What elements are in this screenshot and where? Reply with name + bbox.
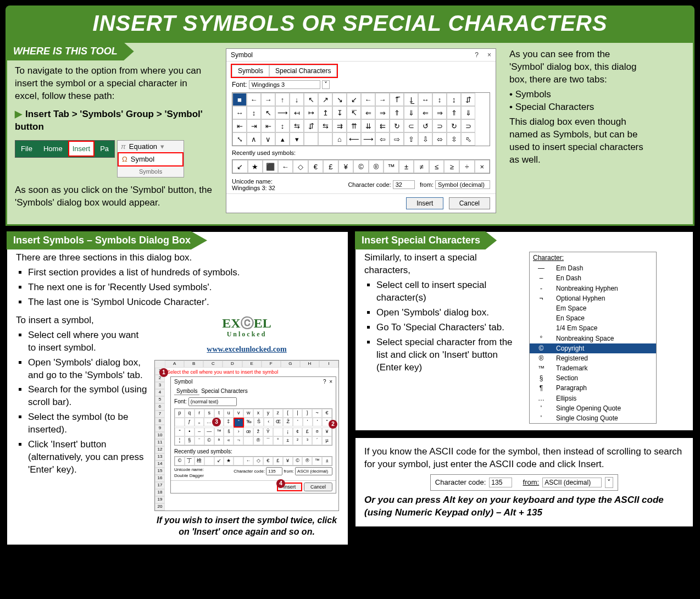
symbol-button[interactable]: ΩSymbol [118, 152, 184, 167]
symbol-cell[interactable]: ↕ [247, 106, 261, 119]
symbol-cell[interactable]: ⇆ [290, 119, 304, 132]
symbol-cell[interactable]: ← [247, 93, 261, 106]
symbol-cell[interactable]: ⇤ [261, 119, 275, 132]
ascii-char-code-input[interactable] [489, 478, 512, 487]
symbol-cell[interactable]: ■ [232, 93, 247, 106]
tab-symbols[interactable]: Symbols [232, 65, 269, 77]
recent-symbol-cell[interactable]: ± [399, 160, 414, 173]
help-icon[interactable]: ? [323, 379, 326, 385]
symbol-cell[interactable]: ↔ [418, 93, 432, 106]
char-list-row[interactable]: °Nonbreaking Space [530, 334, 656, 343]
close-icon[interactable]: × [487, 51, 491, 59]
symbol-cell[interactable]: ⇐ [418, 106, 432, 119]
special-char-list[interactable]: Character: —Em Dash–En Dash-Nonbreaking … [529, 252, 657, 424]
char-list-row[interactable]: 'Single Opening Quote [530, 403, 656, 413]
symbol-cell[interactable]: ↦ [304, 106, 318, 119]
insert-button[interactable]: Insert [406, 197, 443, 209]
symbol-cell[interactable]: ⇑ [390, 106, 404, 119]
mini-tab-special[interactable]: Special Characters [201, 388, 247, 394]
symbol-cell[interactable]: ⇑ [447, 106, 461, 119]
recent-symbol-cell[interactable]: ¥ [338, 160, 354, 173]
symbol-cell[interactable]: ↤ [290, 106, 304, 119]
symbol-cell[interactable]: ⤡ [232, 132, 247, 146]
mini-font-select[interactable] [188, 397, 237, 406]
recent-symbols-grid[interactable]: ↙★⬛←◇€£¥©®™±≠≤≥÷× [232, 159, 490, 174]
char-list-row[interactable]: -Nonbreaking Hyphen [530, 284, 656, 293]
symbol-cell[interactable]: ⇧ [404, 132, 418, 146]
recent-symbol-cell[interactable]: ◇ [293, 160, 308, 173]
symbol-cell[interactable]: ↖ [261, 106, 275, 119]
symbol-cell[interactable]: ↥ [318, 106, 332, 119]
symbol-cell[interactable]: ↧ [332, 106, 347, 119]
symbol-cell[interactable]: ⇒ [375, 106, 390, 119]
recent-symbol-cell[interactable]: £ [323, 160, 338, 173]
symbol-cell[interactable]: ↙ [347, 93, 361, 106]
symbol-cell[interactable]: ↓̲ [404, 93, 418, 106]
font-select[interactable] [249, 80, 320, 89]
symbol-cell[interactable]: ⇊ [361, 119, 375, 132]
symbol-cell[interactable]: ⇇ [375, 119, 390, 132]
symbol-cell[interactable]: ↕ [275, 119, 290, 132]
symbol-cell[interactable]: ⊂ [404, 119, 418, 132]
recent-symbol-cell[interactable]: ÷ [459, 160, 475, 173]
char-list-row[interactable]: §Section [530, 373, 656, 383]
recent-symbol-cell[interactable]: ≠ [414, 160, 429, 173]
symbol-cell[interactable]: ▴ [275, 132, 290, 146]
recent-symbol-cell[interactable]: ® [369, 160, 384, 173]
equation-button[interactable]: πEquation▾ [118, 141, 184, 153]
symbol-cell[interactable]: ⇨ [390, 132, 404, 146]
char-list-row[interactable]: 'Single Closing Quote [530, 413, 656, 423]
tab-insert[interactable]: Insert [68, 141, 95, 157]
symbol-cell[interactable]: ▾ [290, 132, 304, 146]
cancel-button[interactable]: Cancel [449, 197, 490, 209]
recent-symbol-cell[interactable]: ™ [384, 160, 399, 173]
symbol-cell[interactable]: ⇉ [332, 119, 347, 132]
char-list-row[interactable]: ®Registered [530, 353, 656, 363]
symbol-cell[interactable]: ↕ [432, 93, 447, 106]
recent-symbol-cell[interactable]: ≤ [429, 160, 445, 173]
symbol-cell[interactable]: ⇥ [247, 119, 261, 132]
from-select[interactable] [435, 180, 490, 189]
symbol-cell[interactable]: ⇈ [347, 119, 361, 132]
mini-tab-symbols[interactable]: Symbols [174, 387, 199, 395]
symbol-cell[interactable]: ⇵ [461, 93, 475, 106]
mini-cancel-button[interactable]: Cancel [304, 482, 332, 491]
close-icon[interactable]: × [329, 379, 332, 385]
symbol-cell[interactable]: ⊃ [461, 119, 475, 132]
char-list-row[interactable]: ™Trademark [530, 363, 656, 373]
symbol-cell[interactable]: ↖ [304, 93, 318, 106]
symbol-cell[interactable]: ↑ [275, 93, 290, 106]
symbol-cell[interactable]: ↘ [332, 93, 347, 106]
recent-symbol-cell[interactable]: × [475, 160, 490, 173]
char-list-row[interactable]: —Em Dash [530, 263, 656, 273]
char-list-row[interactable]: En Space [530, 313, 656, 323]
symbol-cell[interactable]: ↺ [418, 119, 432, 132]
ascii-from-select[interactable] [542, 478, 602, 487]
recent-symbol-cell[interactable]: € [308, 160, 324, 173]
recent-symbol-cell[interactable]: © [353, 160, 369, 173]
symbol-cell[interactable]: ⌂ [332, 132, 347, 146]
symbol-cell[interactable]: ⇤ [232, 119, 247, 132]
symbol-cell[interactable]: ⟶ [275, 106, 290, 119]
symbol-cell[interactable]: ⟵ [347, 132, 361, 146]
symbol-cell[interactable]: ↑̅ [390, 93, 404, 106]
char-list-row[interactable]: 1/4 Em Space [530, 323, 656, 333]
symbol-cell[interactable]: ⇒ [432, 106, 447, 119]
symbol-cell[interactable]: → [261, 93, 275, 106]
symbol-grid[interactable]: ■←→↑↓↖↗↘↙←→↑̅↓̲↔↕↨⇵↔↕↖⟶↤↦↥↧↸⇐⇒⇑⇓⇐⇒⇑⇓⇤⇥⇤↕… [232, 92, 490, 146]
symbol-cell[interactable]: → [375, 93, 390, 106]
symbol-cell[interactable]: ⇐ [361, 106, 375, 119]
char-list-row[interactable]: ¬Optional Hyphen [530, 293, 656, 303]
tab-file[interactable]: File [15, 144, 38, 154]
recent-symbol-cell[interactable]: ≥ [444, 160, 459, 173]
recent-symbol-cell[interactable]: ↙ [232, 160, 248, 173]
symbol-cell[interactable] [304, 132, 318, 146]
symbol-cell[interactable]: ⟶ [361, 132, 375, 146]
recent-symbol-cell[interactable]: ★ [248, 160, 263, 173]
logo-link[interactable]: www.excelunlocked.com [207, 345, 286, 353]
symbol-cell[interactable]: ⬁ [461, 132, 475, 146]
recent-symbol-cell[interactable]: ← [278, 160, 293, 173]
symbol-cell[interactable]: ↻ [447, 119, 461, 132]
symbol-cell[interactable]: ↓ [290, 93, 304, 106]
recent-symbol-cell[interactable]: ⬛ [263, 160, 278, 173]
